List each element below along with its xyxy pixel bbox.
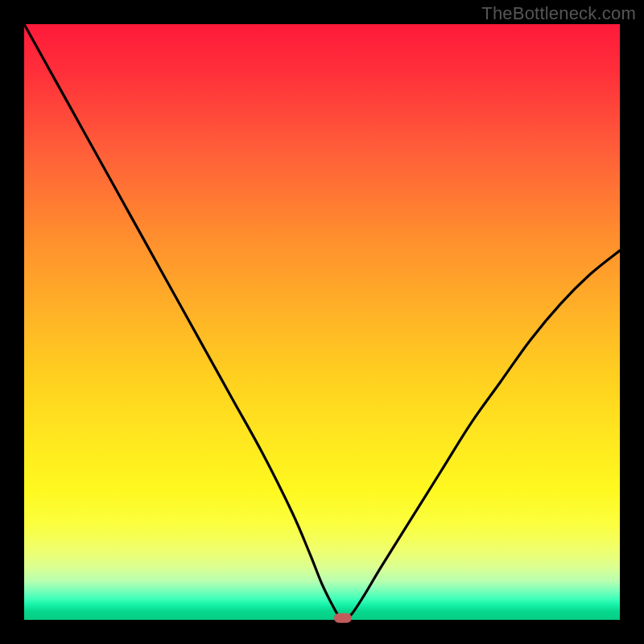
optimum-marker bbox=[334, 613, 352, 623]
bottleneck-curve-svg bbox=[24, 24, 620, 620]
chart-frame: TheBottleneck.com bbox=[0, 0, 644, 644]
watermark-text: TheBottleneck.com bbox=[481, 3, 636, 24]
bottleneck-curve bbox=[24, 24, 620, 617]
plot-area bbox=[24, 24, 620, 620]
